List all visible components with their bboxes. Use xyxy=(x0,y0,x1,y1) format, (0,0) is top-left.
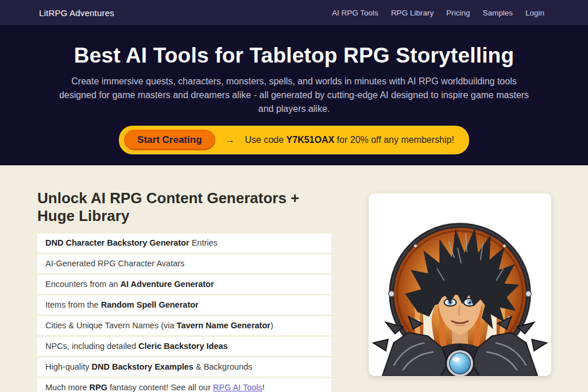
feature-text: ) xyxy=(270,321,273,330)
feature-text: Cities & Unique Tavern Names (via xyxy=(45,321,177,330)
site-logo[interactable]: LitRPG Adventures xyxy=(39,8,114,18)
list-item: Much more RPG fantasy content! See all o… xyxy=(37,378,331,392)
feature-text: Items from the xyxy=(45,300,101,309)
hero-section: Best AI Tools for Tabletop RPG Storytell… xyxy=(0,25,588,165)
feature-list: DND Character Backstory Generator Entrie… xyxy=(37,234,331,392)
list-item: Items from the Random Spell Generator xyxy=(37,296,331,315)
feature-text: AI-Generated RPG Character Avatars xyxy=(45,259,184,268)
list-item: NPCs, including detailed Cleric Backstor… xyxy=(37,337,331,356)
feature-text-bold: DND Character Backstory Generator xyxy=(45,238,189,247)
feature-text: fantasy content! See all our xyxy=(107,383,213,392)
promo-prefix: Use code xyxy=(245,135,287,145)
nav-item-samples[interactable]: Samples xyxy=(482,9,513,17)
promo-text: Use code Y7K51OAX for 20% off any member… xyxy=(245,135,454,145)
feature-text-bold: Cleric Backstory Ideas xyxy=(138,341,228,351)
feature-text: Much more xyxy=(45,383,90,392)
section-heading: Unlock AI RPG Content Generators + Huge … xyxy=(37,189,327,225)
top-bar: LitRPG Adventures AI RPG ToolsRPG Librar… xyxy=(0,0,588,25)
list-item: DND Character Backstory Generator Entrie… xyxy=(37,234,331,253)
arrow-right-icon: → xyxy=(226,135,235,145)
nav-item-ai-rpg-tools[interactable]: AI RPG Tools xyxy=(332,9,378,17)
hero-title: Best AI Tools for Tabletop RPG Storytell… xyxy=(0,44,588,68)
nav-item-login[interactable]: Login xyxy=(525,9,544,17)
features-column: Unlock AI RPG Content Generators + Huge … xyxy=(37,189,331,392)
list-item: High-quality DND Backstory Examples & Ba… xyxy=(37,358,331,377)
list-item: Encounters from an AI Adventure Generato… xyxy=(37,275,331,294)
feature-text-bold: RPG xyxy=(90,383,107,392)
rpg-ai-tools-link[interactable]: RPG AI Tools xyxy=(213,383,262,392)
feature-text-bold: DND Backstory Examples xyxy=(92,362,194,371)
feature-text: NPCs, including detailed xyxy=(45,341,138,351)
promo-suffix: for 20% off any membership! xyxy=(334,135,454,145)
main-content: Unlock AI RPG Content Generators + Huge … xyxy=(0,165,588,392)
feature-text-bold: AI Adventure Generator xyxy=(121,280,214,289)
nav-item-pricing[interactable]: Pricing xyxy=(446,9,470,17)
character-avatar-card xyxy=(369,193,551,376)
hero-subtitle: Create immersive quests, characters, mon… xyxy=(56,75,532,116)
feature-text: Entries xyxy=(189,238,218,247)
promo-code: Y7K51OAX xyxy=(287,135,335,145)
feature-text: ! xyxy=(262,383,265,392)
list-item: AI-Generated RPG Character Avatars xyxy=(37,254,331,273)
feature-text-bold: Random Spell Generator xyxy=(101,300,199,309)
list-item: Cities & Unique Tavern Names (via Tavern… xyxy=(37,316,331,335)
feature-text-bold: Tavern Name Generator xyxy=(177,321,270,330)
character-avatar-image xyxy=(369,193,551,376)
nav-item-rpg-library[interactable]: RPG Library xyxy=(391,9,434,17)
feature-text: & Backgrounds xyxy=(194,362,252,371)
feature-text: High-quality xyxy=(45,362,92,371)
feature-text: Encounters from an xyxy=(45,280,121,289)
main-nav: AI RPG ToolsRPG LibraryPricingSamplesLog… xyxy=(332,9,544,17)
promo-banner: Start Creating → Use code Y7K51OAX for 2… xyxy=(119,126,469,154)
start-creating-button[interactable]: Start Creating xyxy=(124,130,215,150)
